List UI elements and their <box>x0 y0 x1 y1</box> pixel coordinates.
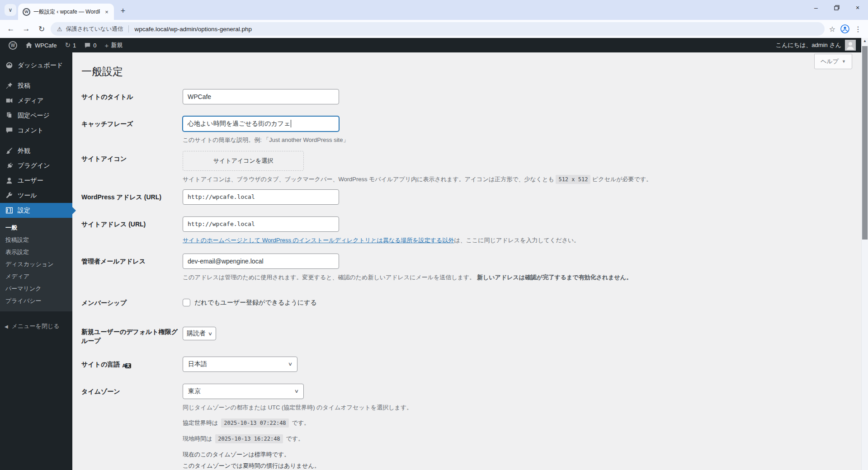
wp-admin-bar: W WPCafe ↻ 1 0 <box>0 38 861 52</box>
translation-icon: A文 <box>122 363 131 368</box>
admin-bar-updates[interactable]: ↻ 1 <box>61 38 80 52</box>
settings-content: ヘルプ ▼ 一般設定 サイトのタイトル WPCafe <box>72 52 861 470</box>
site-icon-label: サイトアイコン <box>81 151 183 184</box>
minimize-button[interactable]: – <box>806 0 826 15</box>
sidebar-item-media[interactable]: メディア <box>0 93 72 108</box>
sidebar-item-plugins[interactable]: プラグイン <box>0 158 72 173</box>
sidebar-item-users[interactable]: ユーザー <box>0 173 72 188</box>
membership-checkbox[interactable] <box>183 299 190 306</box>
row-site-icon: サイトアイコン サイトアイコンを選択 サイトアイコンは、ブラウザのタブ、ブックマ… <box>81 151 852 184</box>
new-label: 新規 <box>111 41 123 49</box>
forward-button[interactable]: → <box>20 23 33 35</box>
row-site-title: サイトのタイトル WPCafe <box>81 89 852 104</box>
wp-address-input[interactable]: http://wpcafe.local <box>183 189 339 205</box>
row-tagline: キャッチフレーズ 心地よい時間を過ごせる街のカフェ このサイトの簡単な説明。例:… <box>81 116 852 145</box>
submenu-item-discussion[interactable]: ディスカッション <box>0 258 72 270</box>
comment-icon <box>5 127 14 134</box>
default-role-select[interactable]: 購読者 ∨ <box>183 327 216 340</box>
admin-menu: ダッシュボード 投稿 メディア <box>0 52 72 470</box>
address-bar[interactable]: ⚠ 保護されていない通信 wpcafe.local/wp-admin/optio… <box>51 22 825 36</box>
comments-count: 0 <box>93 42 96 49</box>
browser-toolbar: ← → ↻ ⚠ 保護されていない通信 wpcafe.local/wp-admin… <box>0 20 868 38</box>
site-icon-help: サイトアイコンは、ブラウザのタブ、ブックマークバー、WordPress モバイル… <box>183 175 852 184</box>
tab-title: 一般設定 ‹ wpcafe — WordPres <box>33 8 100 16</box>
membership-label: メンバーシップ <box>81 296 183 307</box>
site-address-input[interactable]: http://wpcafe.local <box>183 216 339 232</box>
admin-email-label: 管理者メールアドレス <box>81 254 183 282</box>
language-label-text: サイトの言語 <box>81 361 120 368</box>
admin-email-help-text: このアドレスは管理のために使用されます。変更すると、確認のため新しいアドレスにメ… <box>183 274 475 281</box>
admin-email-help: このアドレスは管理のために使用されます。変更すると、確認のため新しいアドレスにメ… <box>183 273 852 282</box>
profile-icon <box>840 24 850 34</box>
site-address-doc-link[interactable]: サイトのホームページとして WordPress のインストールディレクトリとは異… <box>183 237 454 244</box>
tab-strip: ∨ W 一般設定 ‹ wpcafe — WordPres × + – × <box>0 0 868 20</box>
sidebar-item-label: コメント <box>18 127 43 134</box>
sidebar-item-label: ダッシュボード <box>18 61 63 69</box>
admin-bar-account[interactable]: こんにちは、admin さん <box>776 40 857 51</box>
admin-email-input[interactable]: dev-email@wpengine.local <box>183 254 339 269</box>
submenu-item-writing[interactable]: 投稿設定 <box>0 234 72 246</box>
tagline-input[interactable]: 心地よい時間を過ごせる街のカフェ <box>183 116 339 132</box>
browser-menu-icon[interactable]: ⋮ <box>854 25 862 33</box>
sidebar-item-label: ツール <box>18 192 37 199</box>
collapse-menu-button[interactable]: ◀ メニューを閉じる <box>0 319 72 334</box>
sidebar-item-settings[interactable]: 設定 <box>0 203 72 218</box>
choose-site-icon-button[interactable]: サイトアイコンを選択 <box>183 151 304 171</box>
sidebar-item-dashboard[interactable]: ダッシュボード <box>0 58 72 73</box>
dashboard-icon <box>5 61 14 69</box>
reload-button[interactable]: ↻ <box>35 23 48 35</box>
tab-search-button[interactable]: ∨ <box>5 4 16 16</box>
collapse-arrow-icon: ◀ <box>5 324 8 329</box>
site-title-input[interactable]: WPCafe <box>183 89 339 104</box>
sidebar-item-label: 投稿 <box>18 82 30 89</box>
tagline-value: 心地よい時間を過ごせる街のカフェ <box>188 120 290 128</box>
timezone-value: 東京 <box>188 387 201 395</box>
language-select[interactable]: 日本語 ∨ <box>183 357 297 372</box>
icon-size-code: 512 x 512 <box>556 175 590 184</box>
browser-tab[interactable]: W 一般設定 ‹ wpcafe — WordPres × <box>18 4 114 20</box>
sidebar-item-label: プラグイン <box>18 162 50 169</box>
new-tab-button[interactable]: + <box>117 5 129 17</box>
sidebar-item-appearance[interactable]: 外観 <box>0 143 72 158</box>
row-site-address: サイトアドレス (URL) http://wpcafe.local サイトのホー… <box>81 216 852 245</box>
admin-bar-comments[interactable]: 0 <box>80 38 100 52</box>
chevron-down-icon: ∨ <box>9 7 13 13</box>
local-time-value: 2025-10-13 16:22:48 <box>215 434 283 443</box>
site-address-value: http://wpcafe.local <box>188 221 255 227</box>
close-window-button[interactable]: × <box>847 0 868 15</box>
submenu-item-permalinks[interactable]: パーマリンク <box>0 282 72 295</box>
utc-prefix: 協定世界時は <box>183 419 218 427</box>
sidebar-item-pages[interactable]: 固定ページ <box>0 108 72 123</box>
bookmark-star-icon[interactable]: ☆ <box>829 25 835 33</box>
sidebar-item-posts[interactable]: 投稿 <box>0 78 72 93</box>
help-button[interactable]: ヘルプ ▼ <box>814 54 852 69</box>
scroll-up-arrow[interactable]: ▲ <box>862 39 868 43</box>
not-secure-label[interactable]: 保護されていない通信 <box>66 25 123 33</box>
sidebar-item-comments[interactable]: コメント <box>0 123 72 138</box>
help-caret-icon: ▼ <box>842 59 846 64</box>
text-cursor <box>291 120 291 127</box>
scrollbar-thumb[interactable] <box>862 46 868 240</box>
admin-bar-site-name: WPCafe <box>35 42 57 49</box>
admin-bar-site-link[interactable]: WPCafe <box>21 38 61 52</box>
timezone-select[interactable]: 東京 ∨ <box>183 384 304 399</box>
pages-icon <box>5 112 14 119</box>
submenu-item-media[interactable]: メディア <box>0 270 72 282</box>
page-scrollbar[interactable]: ▲ <box>861 38 868 470</box>
sidebar-item-label: ユーザー <box>18 177 43 184</box>
back-button[interactable]: ← <box>5 23 17 35</box>
submenu-item-reading[interactable]: 表示設定 <box>0 246 72 258</box>
utc-time-line: 協定世界時は 2025-10-13 07:22:48 です。 <box>183 418 852 428</box>
wp-address-value: http://wpcafe.local <box>188 193 255 200</box>
submenu-item-general[interactable]: 一般 <box>0 221 72 234</box>
admin-bar-new[interactable]: + 新規 <box>100 38 127 52</box>
wp-logo-menu[interactable]: W <box>5 38 21 52</box>
maximize-button[interactable] <box>826 0 847 15</box>
tab-close-button[interactable]: × <box>103 8 110 15</box>
sidebar-item-tools[interactable]: ツール <box>0 188 72 203</box>
submenu-item-privacy[interactable]: プライバシー <box>0 295 72 307</box>
settings-sliders-icon <box>5 207 14 214</box>
site-icon-help-after: ピクセルが必要です。 <box>592 176 652 183</box>
url-text[interactable]: wpcafe.local/wp-admin/options-general.ph… <box>134 26 252 33</box>
profile-button[interactable] <box>840 24 850 34</box>
